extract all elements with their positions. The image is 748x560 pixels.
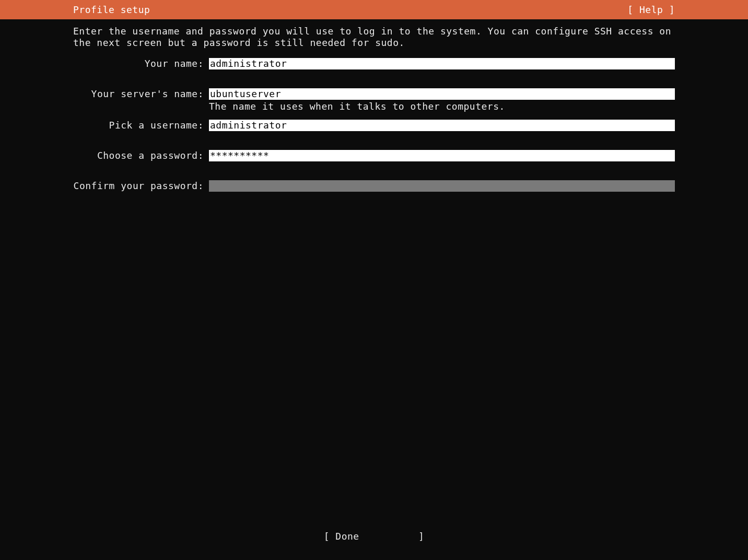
row-server-name: Your server's name: ubuntuserver The nam… (73, 88, 675, 112)
confirm-password-input[interactable]: ********** (209, 180, 675, 192)
server-name-helper: The name it uses when it talks to other … (209, 101, 675, 112)
username-input[interactable]: administrator (209, 120, 675, 131)
row-password: Choose a password: ********** (73, 150, 675, 161)
row-username: Pick a username: administrator (73, 120, 675, 131)
done-button[interactable]: [ Done ] (324, 531, 425, 542)
footer-area: [ Done ] (0, 531, 748, 542)
description-text: Enter the username and password you will… (73, 26, 675, 49)
row-your-name: Your name: administrator (73, 58, 675, 69)
content-area: Enter the username and password you will… (0, 19, 748, 192)
page-title: Profile setup (73, 4, 150, 15)
label-server-name: Your server's name: (73, 88, 209, 100)
server-name-input[interactable]: ubuntuserver (209, 88, 675, 100)
password-input[interactable]: ********** (209, 150, 675, 161)
label-password: Choose a password: (73, 150, 209, 161)
header-bar: Profile setup [ Help ] (0, 0, 748, 19)
label-your-name: Your name: (73, 58, 209, 69)
row-confirm-password: Confirm your password: ********** (73, 180, 675, 192)
help-button[interactable]: [ Help ] (627, 4, 675, 15)
label-confirm-password: Confirm your password: (73, 180, 209, 192)
your-name-input[interactable]: administrator (209, 58, 675, 69)
label-username: Pick a username: (73, 120, 209, 131)
